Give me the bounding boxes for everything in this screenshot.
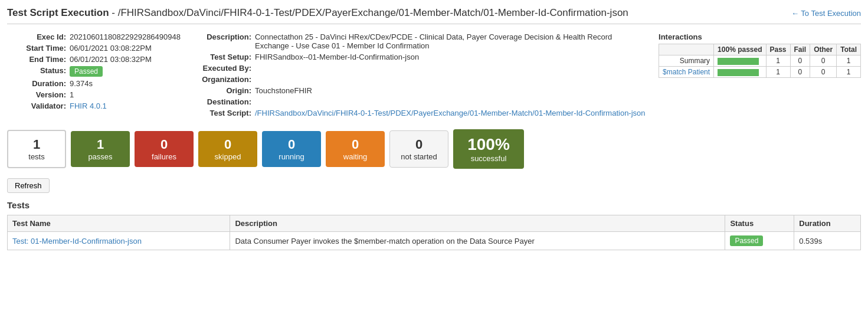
test-name-cell: Test: 01-Member-Id-Confirmation-json (8, 232, 230, 250)
exec-id-value: 20210601180822929286490948 (70, 32, 181, 41)
interactions-other: 0 (810, 55, 837, 67)
test-setup-label: Test Setup: (192, 53, 251, 61)
stat-failures-label: failures (144, 152, 184, 161)
info-section: Exec Id: 20210601180822929286490948 Star… (7, 32, 861, 120)
description-label: Description: (192, 32, 251, 41)
stat-tests-num: 1 (18, 137, 55, 152)
tests-title: Tests (7, 200, 861, 210)
test-status-badge: Passed (730, 235, 763, 246)
interactions-bar-cell (714, 55, 766, 67)
tests-section: Tests Test Name Description Status Durat… (7, 200, 861, 250)
stat-skipped: 0 skipped (198, 131, 257, 167)
duration-label: Duration: (7, 79, 66, 88)
col-description: Description (230, 215, 725, 232)
origin-value: TouchstoneFHIR (255, 86, 312, 95)
stat-success-num: 100% (463, 135, 515, 154)
interactions-col-name (659, 44, 714, 55)
test-script-link[interactable]: /FHIRSandbox/DaVinci/FHIR4-0-1-Test/PDEX… (255, 109, 646, 117)
version-label: Version: (7, 90, 66, 99)
stat-waiting-num: 0 (335, 137, 375, 152)
description-info: Description: Connectathon 25 - DaVinci H… (192, 32, 647, 120)
interactions-table: 100% passed Pass Fail Other Total Summar… (659, 44, 861, 78)
interactions-pass: 1 (766, 67, 790, 78)
refresh-button[interactable]: Refresh (7, 178, 50, 193)
stat-not-started-num: 0 (399, 137, 438, 152)
tests-table: Test Name Description Status Duration Te… (7, 215, 861, 250)
exec-info: Exec Id: 20210601180822929286490948 Star… (7, 32, 181, 120)
end-time-label: End Time: (7, 55, 66, 64)
stat-running-label: running (271, 152, 312, 161)
page-header: Test Script Execution - /FHIRSandbox/DaV… (7, 7, 861, 24)
organization-label: Organization: (192, 75, 251, 84)
executed-by-label: Executed By: (192, 64, 251, 73)
test-duration-cell: 0.539s (794, 232, 861, 250)
stat-not-started-label: not started (399, 152, 438, 161)
origin-label: Origin: (192, 86, 251, 95)
page-title: Test Script Execution - /FHIRSandbox/DaV… (7, 7, 628, 19)
end-time-value: 06/01/2021 03:08:32PM (70, 55, 152, 64)
stat-success-label: successful (463, 154, 515, 163)
validator-label: Validator: (7, 102, 66, 110)
destination-label: Destination: (192, 97, 251, 106)
interactions-title: Interactions (659, 32, 861, 41)
version-value: 1 (70, 90, 74, 99)
interactions-col-fail: Fail (790, 44, 810, 55)
stats-row: 1 tests 1 passes 0 failures 0 skipped 0 … (7, 129, 861, 169)
status-badge: Passed (70, 66, 103, 77)
stat-failures-num: 0 (144, 137, 184, 152)
col-duration: Duration (794, 215, 861, 232)
interactions-col-total: Total (837, 44, 861, 55)
stat-success: 100% successful (453, 129, 524, 169)
test-name-link[interactable]: Test: 01-Member-Id-Confirmation-json (12, 237, 142, 246)
interactions-col-pct: 100% passed (714, 44, 766, 55)
start-time-label: Start Time: (7, 44, 66, 53)
interactions-fail: 0 (790, 67, 810, 78)
title-text: Test Script Execution (7, 7, 109, 18)
interactions-col-pass: Pass (766, 44, 790, 55)
test-setup-value: FHIRSandbox--01-Member-Id-Confirmation-j… (255, 53, 419, 61)
description-value: Connectathon 25 - DaVinci HRex/CDex/PCDE… (255, 32, 647, 50)
interactions-row-link[interactable]: $match Patient (663, 68, 710, 76)
title-path: - /FHIRSandbox/DaVinci/FHIR4-0-1-Test/PD… (109, 7, 628, 18)
stat-failures: 0 failures (135, 131, 194, 167)
interactions-panel: Interactions 100% passed Pass Fail Other… (659, 32, 861, 120)
test-status-cell: Passed (725, 232, 794, 250)
validator-link[interactable]: FHIR 4.0.1 (70, 102, 107, 110)
stat-not-started: 0 not started (389, 130, 448, 168)
exec-id-label: Exec Id: (7, 32, 66, 41)
interactions-total: 1 (837, 55, 861, 67)
interactions-row-label: Summary (659, 55, 714, 67)
stat-waiting: 0 waiting (326, 131, 385, 167)
stat-skipped-label: skipped (208, 152, 248, 161)
stat-running: 0 running (262, 131, 321, 167)
interactions-pass: 1 (766, 55, 790, 67)
stat-passes: 1 passes (71, 131, 130, 167)
stat-tests: 1 tests (7, 130, 66, 168)
table-row: Test: 01-Member-Id-Confirmation-jsonData… (8, 232, 861, 250)
interactions-fail: 0 (790, 55, 810, 67)
start-time-value: 06/01/2021 03:08:22PM (70, 44, 152, 53)
interactions-bar-cell (714, 67, 766, 78)
interactions-row: $match Patient1001 (659, 67, 861, 78)
stat-waiting-label: waiting (335, 152, 375, 161)
stat-skipped-num: 0 (208, 137, 248, 152)
stat-tests-label: tests (18, 152, 55, 161)
stat-passes-label: passes (80, 152, 120, 161)
test-script-label: Test Script: (192, 109, 251, 117)
status-label: Status: (7, 66, 66, 75)
interactions-col-other: Other (810, 44, 837, 55)
duration-value: 9.374s (70, 79, 93, 88)
stat-running-num: 0 (271, 137, 312, 152)
interactions-row: Summary1001 (659, 55, 861, 67)
col-test-name: Test Name (8, 215, 230, 232)
interactions-other: 0 (810, 67, 837, 78)
test-description-cell: Data Consumer Payer invokes the $member-… (230, 232, 725, 250)
to-execution-link[interactable]: To Test Execution (791, 9, 861, 18)
interactions-total: 1 (837, 67, 861, 78)
col-status: Status (725, 215, 794, 232)
stat-passes-num: 1 (80, 137, 120, 152)
